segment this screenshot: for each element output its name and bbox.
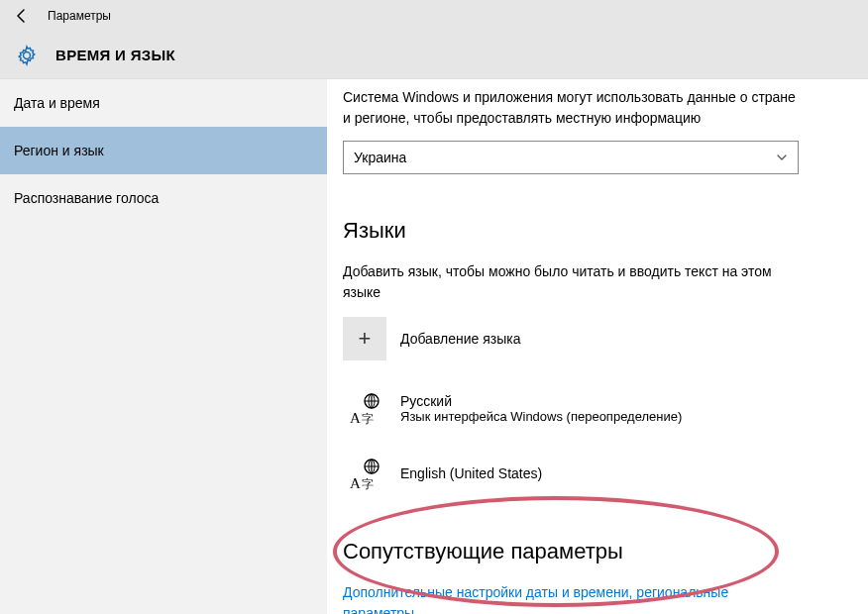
svg-text:A: A (350, 410, 361, 426)
svg-text:字: 字 (362, 477, 374, 491)
gear-icon (16, 45, 38, 66)
region-dropdown[interactable]: Украина (343, 141, 799, 174)
chevron-down-icon (776, 152, 788, 163)
language-item-russian[interactable]: A 字 Русский Язык интерфейса Windows (пер… (343, 386, 828, 430)
languages-heading: Языки (343, 218, 828, 244)
plus-icon: + (343, 317, 386, 360)
add-language-button[interactable]: + Добавление языка (343, 317, 828, 360)
back-arrow-icon (14, 8, 30, 24)
section-title: ВРЕМЯ И ЯЗЫК (55, 47, 175, 63)
sidebar-item-region-language[interactable]: Регион и язык (0, 127, 327, 174)
language-name: English (United States) (400, 465, 542, 481)
section-header: ВРЕМЯ И ЯЗЫК (0, 32, 868, 79)
related-heading: Сопутствующие параметры (343, 539, 828, 564)
svg-text:字: 字 (362, 412, 374, 426)
sidebar-item-label: Распознавание голоса (14, 190, 159, 206)
sidebar: Дата и время Регион и язык Распознавание… (0, 79, 327, 614)
language-text: Русский Язык интерфейса Windows (переопр… (400, 393, 682, 424)
region-selected-value: Украина (354, 150, 406, 165)
language-desc: Язык интерфейса Windows (переопределение… (400, 409, 682, 424)
sidebar-item-label: Регион и язык (14, 143, 104, 158)
language-text: English (United States) (400, 465, 542, 481)
sidebar-item-voice-recognition[interactable]: Распознавание голоса (0, 174, 327, 222)
add-language-label: Добавление языка (400, 331, 521, 347)
language-name: Русский (400, 393, 682, 409)
sidebar-item-label: Дата и время (14, 95, 100, 111)
language-item-english[interactable]: A 字 English (United States) (343, 452, 828, 495)
region-description: Система Windows и приложения могут испол… (343, 87, 799, 129)
language-glyph-icon: A 字 (343, 452, 386, 495)
related-settings-link[interactable]: Дополнительные настройки даты и времени,… (343, 582, 799, 614)
svg-text:A: A (350, 475, 361, 491)
language-glyph-icon: A 字 (343, 386, 386, 430)
content-pane: Система Windows и приложения могут испол… (327, 79, 868, 614)
window-title: Параметры (48, 9, 111, 23)
main-area: Дата и время Регион и язык Распознавание… (0, 79, 868, 614)
back-button[interactable] (8, 2, 36, 30)
languages-description: Добавить язык, чтобы можно было читать и… (343, 261, 799, 303)
sidebar-item-date-time[interactable]: Дата и время (0, 79, 327, 127)
title-bar: Параметры (0, 0, 868, 32)
